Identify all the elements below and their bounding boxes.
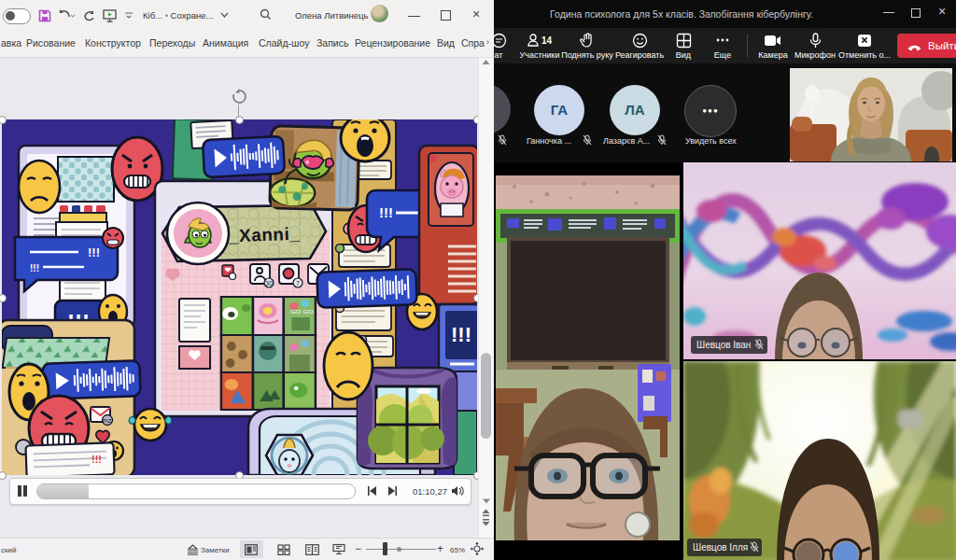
svg-text:_Xanni_: _Xanni_ [228,224,301,246]
svg-text:Шевцов Іван: Шевцов Іван [696,340,751,350]
svg-text:7: 7 [296,280,300,287]
svg-text:!!!: !!! [379,204,393,220]
svg-text:14: 14 [541,35,553,46]
svg-text:GO GO: GO GO [290,309,314,315]
svg-text:30: 30 [265,280,273,287]
svg-text:!!!: !!! [91,454,102,465]
svg-text:!!!: !!! [30,263,39,273]
svg-text:!!!: !!! [88,245,100,259]
svg-text:!!!: !!! [451,323,471,346]
svg-text:Шевцов Ілля: Шевцов Ілля [693,542,748,553]
svg-text:PIZ: PIZ [103,418,112,424]
